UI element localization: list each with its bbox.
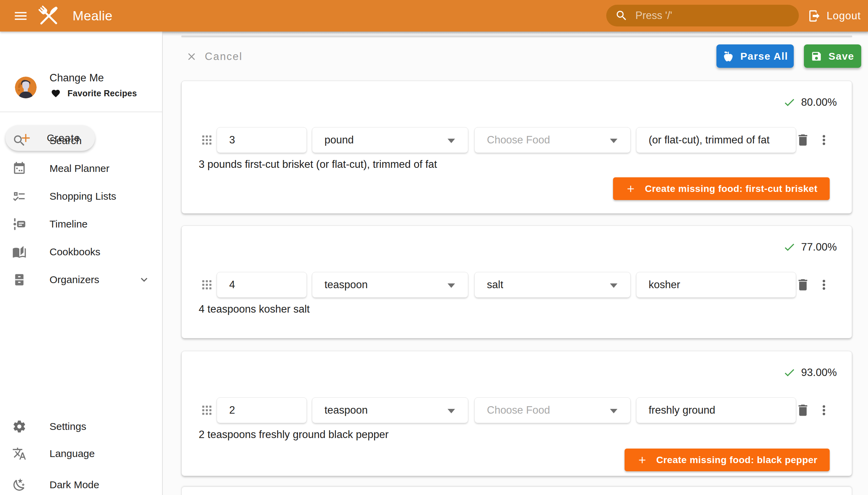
app-header: Mealie Press '/' Logout [0,0,868,32]
ingredient-card: 93.00% 2 teaspoon Choose Food freshly gr… [182,351,852,476]
more-options-icon[interactable] [816,277,831,292]
drag-handle-icon[interactable] [201,134,213,146]
more-options-icon[interactable] [816,133,831,148]
sidebar-item-settings[interactable]: Settings [0,413,162,440]
appbar-scroll-shadow [163,32,868,36]
dropdown-arrow-icon [447,139,455,143]
sidebar-item-label: Meal Planner [50,163,109,174]
delete-icon[interactable] [796,133,810,148]
sidebar-item-search[interactable]: Search [0,127,162,155]
parse-all-button[interactable]: Parse All [716,45,794,68]
sidebar-item-timeline[interactable]: Timeline [0,210,162,238]
sidebar-item-label: Language [50,448,95,459]
check-icon [783,96,796,109]
food-select[interactable]: Choose Food [474,397,631,423]
apple-icon [722,50,734,62]
sidebar-item-label: Dark Mode [50,479,99,491]
create-missing-food-label: Create missing food: first-cut brisket [645,184,817,194]
heart-icon [51,88,61,98]
plus-icon [637,455,648,465]
confidence-value: 77.00% [801,241,837,253]
sidebar-item-label: Timeline [50,218,87,230]
sidebar-item-organizers[interactable]: Organizers [0,266,162,294]
save-label: Save [828,51,854,62]
menu-icon[interactable] [11,8,31,24]
dropdown-arrow-icon [447,409,455,413]
ingredient-fields-row: 4 teaspoon salt kosher [182,272,852,298]
original-ingredient-text: 2 teaspoons freshly ground black pepper [199,429,389,441]
ingredient-card: 77.00% 4 teaspoon salt kosher 4 teaspoon… [182,225,852,338]
delete-icon[interactable] [796,403,810,418]
create-missing-food-button[interactable]: Create missing food: black pepper [625,448,830,471]
quantity-input[interactable]: 3 [217,127,307,153]
logout-icon [807,9,821,23]
logout-button[interactable]: Logout [807,0,861,32]
sidebar-item-label: Organizers [50,274,99,286]
sidebar-item-dark-mode[interactable]: Dark Mode [0,471,162,495]
search-icon [615,9,628,22]
sidebar-item-label: Shopping Lists [50,190,116,202]
favorite-recipes-label: Favorite Recipes [67,88,137,98]
note-input[interactable]: (or flat-cut), trimmed of fat [636,127,796,153]
sidebar-item-shopping-lists[interactable]: Shopping Lists [0,183,162,210]
save-button[interactable]: Save [804,45,861,68]
ingredient-fields-row: 2 teaspoon Choose Food freshly ground [182,397,852,423]
search-icon [12,134,27,148]
timeline-icon [12,217,27,231]
food-select[interactable]: Choose Food [474,127,631,153]
note-input[interactable]: kosher [636,272,796,298]
unit-select[interactable]: teaspoon [312,397,468,423]
sidebar-item-cookbooks[interactable]: Cookbooks [0,238,162,266]
divider [0,112,162,112]
food-select[interactable]: salt [474,272,631,298]
ingredient-card-partial [182,487,852,495]
original-ingredient-text: 3 pounds first-cut brisket (or flat-cut)… [199,158,437,171]
chevron-down-icon[interactable] [138,273,151,286]
sidebar-item-meal-planner[interactable]: Meal Planner [0,155,162,183]
sidebar-item-label: Settings [50,421,86,432]
close-icon [186,51,197,62]
checklist-icon [12,189,27,203]
cancel-label: Cancel [205,51,243,63]
cabinet-icon [12,273,27,287]
cancel-button[interactable]: Cancel [186,46,243,67]
quantity-input[interactable]: 4 [217,272,307,298]
unit-select[interactable]: pound [312,127,468,153]
create-missing-food-label: Create missing food: black pepper [657,455,818,465]
quantity-input[interactable]: 2 [217,397,307,423]
gear-icon [12,420,27,433]
avatar[interactable] [15,76,37,98]
ingredient-fields-row: 3 pound Choose Food (or flat-cut), trimm… [182,127,852,153]
search-input[interactable]: Press '/' [606,5,799,27]
unit-select[interactable]: teaspoon [312,272,468,298]
check-icon [783,241,796,254]
translate-icon [12,446,27,461]
sidebar-item-language[interactable]: Language [0,440,162,467]
sidebar-item-label: Search [50,135,82,147]
note-input[interactable]: freshly ground [636,397,796,423]
parse-all-label: Parse All [741,51,788,62]
create-missing-food-button[interactable]: Create missing food: first-cut brisket [613,177,830,200]
drag-handle-icon[interactable] [201,279,213,291]
save-icon [811,51,822,62]
check-icon [783,366,796,379]
confidence-indicator: 77.00% [783,241,837,254]
sidebar-item-label: Cookbooks [50,246,100,258]
dropdown-arrow-icon [610,139,617,143]
dropdown-arrow-icon [447,284,455,288]
delete-icon[interactable] [796,277,810,292]
confidence-value: 80.00% [801,96,837,108]
sidebar: Change Me Favorite Recipes Create Search… [0,32,163,495]
drag-handle-icon[interactable] [201,404,213,416]
app-title: Mealie [72,0,113,32]
book-icon [12,245,27,259]
main-content: Cancel Parse All Save 80.00% 3 pound [163,32,868,495]
search-placeholder: Press '/' [635,10,672,22]
user-name[interactable]: Change Me [50,72,104,84]
mealie-logo-icon[interactable] [35,2,62,30]
more-options-icon[interactable] [816,403,831,418]
favorite-recipes-link[interactable]: Favorite Recipes [51,88,137,98]
ingredient-card: 80.00% 3 pound Choose Food (or flat-cut)… [182,81,852,214]
confidence-indicator: 80.00% [783,96,837,109]
moon-stars-icon [12,478,27,492]
